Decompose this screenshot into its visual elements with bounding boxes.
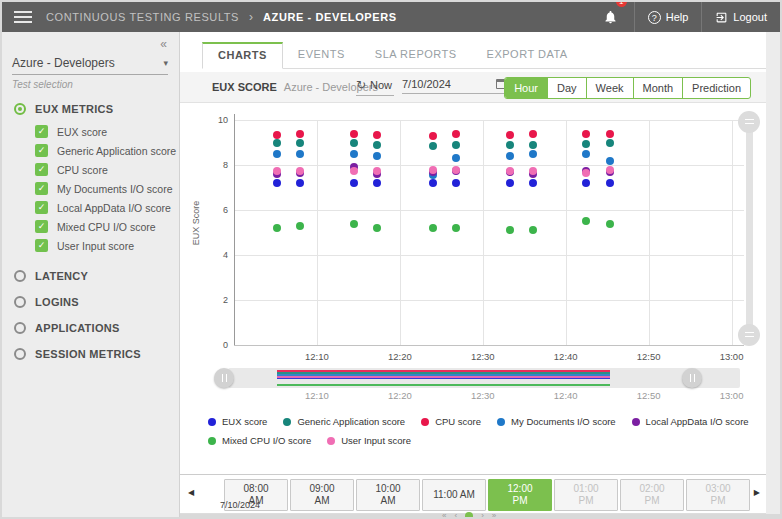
radio-icon[interactable] [14,348,26,360]
scatter-point-generic-application-score[interactable] [373,141,381,149]
help-button[interactable]: ? Help [634,2,702,32]
scatter-point-eux-score[interactable] [429,179,437,187]
scatter-point-eux-score[interactable] [350,179,358,187]
scatter-point-user-input-score[interactable] [582,169,590,177]
scatter-point-my-documents-i-o-score[interactable] [506,152,514,160]
scatter-point-user-input-score[interactable] [296,167,304,175]
scatter-point-user-input-score[interactable] [429,166,437,174]
scatter-point-generic-application-score[interactable] [296,139,304,147]
sidebar-collapse-icon[interactable]: « [160,37,167,51]
scatter-point-eux-score[interactable] [296,179,304,187]
scatter-point-mixed-cpu-i-o-score[interactable] [373,224,381,232]
scatter-point-generic-application-score[interactable] [529,141,537,149]
scatter-point-cpu-score[interactable] [429,132,437,140]
scatter-point-eux-score[interactable] [582,179,590,187]
scatter-point-generic-application-score[interactable] [606,139,614,147]
y-zoom-slider-handle-bottom[interactable] [738,324,760,346]
checkbox-icon[interactable]: ✓ [35,182,48,195]
scatter-point-generic-application-score[interactable] [452,141,460,149]
metric-item-my-documents-i-o-score[interactable]: ✓My Documents I/O score [2,179,179,198]
scatter-point-generic-application-score[interactable] [429,142,437,150]
metric-item-user-input-score[interactable]: ✓User Input score [2,236,179,255]
scatter-point-cpu-score[interactable] [506,131,514,139]
scatter-point-eux-score[interactable] [373,179,381,187]
checkbox-icon[interactable]: ✓ [35,163,48,176]
radio-icon[interactable] [14,296,26,308]
legend-item-my-documents-i-o-score[interactable]: My Documents I/O score [497,416,616,427]
scatter-point-mixed-cpu-i-o-score[interactable] [529,226,537,234]
checkbox-icon[interactable]: ✓ [35,201,48,214]
scatter-point-eux-score[interactable] [452,179,460,187]
scatter-point-generic-application-score[interactable] [273,139,281,147]
scatter-point-eux-score[interactable] [273,179,281,187]
navigator-handle-left[interactable] [214,368,234,388]
scatter-point-eux-score[interactable] [506,179,514,187]
legend-item-generic-application-score[interactable]: Generic Application score [283,416,405,427]
navigator-handle-right[interactable] [682,368,702,388]
sidebar-item-logins[interactable]: LOGINS [2,289,179,315]
scatter-point-mixed-cpu-i-o-score[interactable] [350,220,358,228]
legend-item-user-input-score[interactable]: User Input score [327,435,411,446]
time-slot-12-00-pm[interactable]: 12:00 PM [488,479,552,511]
scatter-point-mixed-cpu-i-o-score[interactable] [273,224,281,232]
pager-next-icon[interactable]: › [481,511,484,517]
y-zoom-slider-track[interactable] [746,120,753,345]
checkbox-icon[interactable]: ✓ [35,125,48,138]
scatter-point-mixed-cpu-i-o-score[interactable] [606,220,614,228]
radio-icon[interactable] [14,270,26,282]
y-zoom-slider-handle-top[interactable] [738,111,760,133]
time-slot-11-00-am[interactable]: 11:00 AM [422,479,486,511]
scatter-point-cpu-score[interactable] [582,130,590,138]
scatter-point-cpu-score[interactable] [350,130,358,138]
pager-current-dot[interactable] [465,512,473,518]
timebar-next-icon[interactable]: ▶ [754,488,760,497]
scatter-point-mixed-cpu-i-o-score[interactable] [296,222,304,230]
breadcrumb-root[interactable]: CONTINUOUS TESTING RESULTS [46,11,239,23]
timebar-prev-icon[interactable]: ◀ [188,488,194,497]
sidebar-item-session-metrics[interactable]: SESSION METRICS [2,341,179,367]
sidebar-item-eux-metrics[interactable]: EUX METRICS [2,96,179,122]
metric-item-eux-score[interactable]: ✓EUX score [2,122,179,141]
pager-last-icon[interactable]: » [492,511,496,517]
scatter-point-my-documents-i-o-score[interactable] [296,150,304,158]
radio-icon[interactable] [14,103,26,115]
legend-item-cpu-score[interactable]: CPU score [421,416,481,427]
scatter-point-my-documents-i-o-score[interactable] [452,154,460,162]
logout-button[interactable]: Logout [701,2,780,32]
sidebar-item-latency[interactable]: LATENCY [2,263,179,289]
checkbox-icon[interactable]: ✓ [35,239,48,252]
scatter-point-mixed-cpu-i-o-score[interactable] [582,217,590,225]
sidebar-item-applications[interactable]: APPLICATIONS [2,315,179,341]
scatter-point-cpu-score[interactable] [606,130,614,138]
scatter-point-user-input-score[interactable] [606,166,614,174]
scatter-point-mixed-cpu-i-o-score[interactable] [506,226,514,234]
scatter-point-cpu-score[interactable] [529,130,537,138]
scatter-point-my-documents-i-o-score[interactable] [373,152,381,160]
scatter-point-my-documents-i-o-score[interactable] [273,150,281,158]
scatter-point-cpu-score[interactable] [452,130,460,138]
scatter-point-user-input-score[interactable] [350,167,358,175]
legend-item-mixed-cpu-i-o-score[interactable]: Mixed CPU I/O score [208,435,311,446]
legend-item-local-appdata-i-o-score[interactable]: Local AppData I/O score [632,416,749,427]
scatter-point-mixed-cpu-i-o-score[interactable] [452,224,460,232]
scatter-point-my-documents-i-o-score[interactable] [582,150,590,158]
scatter-point-user-input-score[interactable] [529,167,537,175]
scatter-point-my-documents-i-o-score[interactable] [606,157,614,165]
notifications-button[interactable]: 1 [593,2,634,32]
pager-prev-icon[interactable]: ‹ [454,511,457,517]
test-selector-dropdown[interactable]: Azure - Developers ▾ [12,56,168,75]
scatter-point-cpu-score[interactable] [373,131,381,139]
scatter-point-generic-application-score[interactable] [350,139,358,147]
scatter-point-cpu-score[interactable] [296,130,304,138]
radio-icon[interactable] [14,322,26,334]
scatter-point-eux-score[interactable] [606,179,614,187]
scatter-point-user-input-score[interactable] [273,167,281,175]
scatter-point-user-input-score[interactable] [452,166,460,174]
scatter-point-eux-score[interactable] [529,179,537,187]
checkbox-icon[interactable]: ✓ [35,144,48,157]
scatter-point-cpu-score[interactable] [273,131,281,139]
scatter-point-generic-application-score[interactable] [582,140,590,148]
metric-item-mixed-cpu-i-o-score[interactable]: ✓Mixed CPU I/O score [2,217,179,236]
pager-first-icon[interactable]: « [442,511,446,517]
scatter-point-user-input-score[interactable] [506,167,514,175]
